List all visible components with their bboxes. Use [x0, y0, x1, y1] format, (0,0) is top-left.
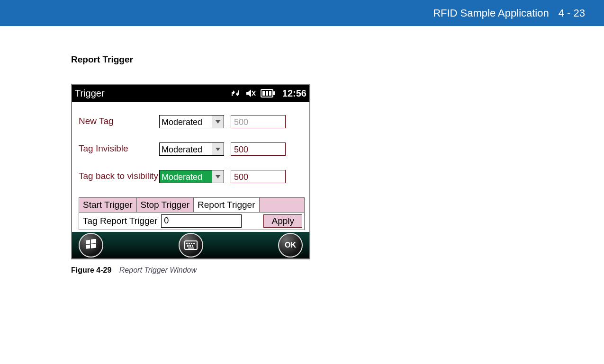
svg-rect-10	[86, 240, 90, 244]
value-tag-invisible[interactable]: 500	[231, 142, 286, 156]
system-bar: OK	[72, 232, 309, 258]
status-icons: 12:56	[230, 88, 307, 99]
keyboard-icon	[184, 240, 198, 250]
header-title: RFID Sample Application	[433, 7, 549, 19]
tag-report-trigger-row: Tag Report Trigger 0 Apply	[79, 213, 305, 230]
tag-report-trigger-label: Tag Report Trigger	[79, 216, 161, 226]
label-new-tag: New Tag	[79, 115, 159, 126]
keyboard-button[interactable]	[179, 233, 203, 257]
battery-icon	[261, 89, 275, 98]
apply-button[interactable]: Apply	[263, 214, 302, 228]
svg-rect-22	[188, 248, 194, 249]
svg-rect-6	[269, 91, 271, 96]
value-new-tag[interactable]: 500	[231, 115, 286, 128]
figure-caption: Figure 4-29 Report Trigger Window	[71, 266, 403, 275]
figure-label: Figure 4-29	[71, 266, 111, 274]
device-window: Trigger	[71, 84, 310, 259]
tag-report-trigger-input[interactable]: 0	[161, 214, 242, 228]
combo-tag-invisible-text: Moderated	[160, 143, 212, 155]
ok-button-label: OK	[285, 241, 296, 249]
page-header: RFID Sample Application 4 - 23	[0, 0, 604, 26]
svg-rect-17	[191, 243, 192, 244]
svg-rect-20	[189, 245, 191, 247]
svg-rect-21	[192, 245, 193, 247]
svg-rect-11	[91, 239, 96, 244]
combo-tag-back-visibility[interactable]: Moderated	[159, 170, 224, 183]
svg-rect-18	[193, 243, 195, 244]
svg-marker-7	[216, 120, 220, 124]
svg-rect-12	[86, 245, 90, 249]
svg-marker-8	[216, 148, 220, 151]
combo-tag-invisible[interactable]: Moderated	[159, 142, 224, 156]
clock: 12:56	[282, 88, 307, 99]
section-title: Report Trigger	[71, 54, 403, 65]
label-tag-back-visibility: Tag back to visibility	[79, 170, 159, 181]
page-content: Report Trigger Trigger	[0, 26, 403, 275]
row-tag-invisible: Tag Invisible Moderated 500	[79, 142, 305, 156]
svg-rect-13	[91, 243, 96, 248]
svg-marker-9	[216, 175, 220, 178]
device-body: New Tag Moderated 500 Tag Invisible Mode…	[72, 102, 309, 232]
connectivity-icon	[230, 89, 241, 98]
chevron-down-icon[interactable]	[212, 170, 224, 183]
volume-muted-icon	[245, 89, 256, 98]
chevron-down-icon[interactable]	[212, 115, 224, 128]
window-title: Trigger	[75, 88, 230, 99]
combo-new-tag[interactable]: Moderated	[159, 115, 224, 128]
windows-icon	[85, 239, 97, 251]
tabs: Start Trigger Stop Trigger Report Trigge…	[79, 197, 305, 213]
row-tag-back-visibility: Tag back to visibility Moderated 500	[79, 170, 305, 183]
tab-report-trigger[interactable]: Report Trigger	[194, 198, 259, 212]
tab-filler	[260, 198, 305, 212]
figure-text: Report Trigger Window	[119, 266, 197, 274]
svg-rect-15	[186, 243, 188, 244]
header-page-number: 4 - 23	[559, 7, 585, 19]
start-button[interactable]	[79, 233, 103, 257]
ok-button[interactable]: OK	[278, 233, 303, 257]
svg-rect-3	[273, 91, 275, 95]
row-new-tag: New Tag Moderated 500	[79, 115, 305, 128]
svg-rect-4	[262, 91, 265, 96]
svg-rect-16	[189, 243, 190, 244]
combo-tag-back-visibility-text: Moderated	[160, 170, 212, 183]
label-tag-invisible: Tag Invisible	[79, 142, 159, 154]
combo-new-tag-text: Moderated	[160, 115, 212, 128]
titlebar: Trigger	[72, 85, 309, 102]
svg-rect-19	[187, 245, 189, 247]
svg-rect-5	[266, 91, 268, 96]
chevron-down-icon[interactable]	[212, 143, 224, 155]
tab-stop-trigger[interactable]: Stop Trigger	[137, 198, 194, 212]
value-tag-back-visibility[interactable]: 500	[231, 170, 286, 183]
tab-start-trigger[interactable]: Start Trigger	[79, 198, 137, 212]
